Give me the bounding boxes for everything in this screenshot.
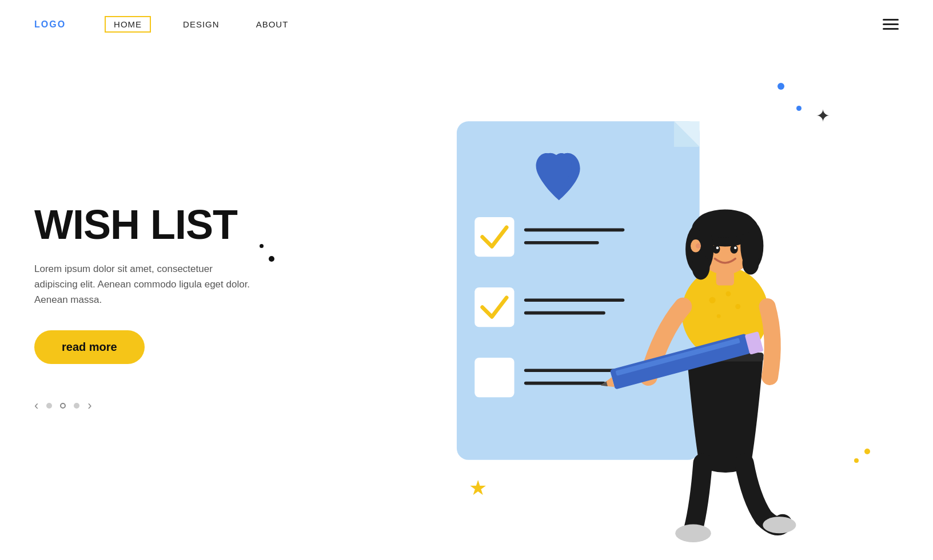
hero-illustration — [369, 109, 838, 543]
nav-about[interactable]: ABOUT — [252, 17, 293, 31]
svg-rect-30 — [716, 271, 734, 286]
carousel-next[interactable]: › — [87, 398, 91, 413]
svg-point-25 — [696, 243, 701, 249]
deco-yellow-dot-1 — [864, 449, 870, 454]
nav-home[interactable]: HOME — [105, 16, 151, 33]
svg-point-27 — [730, 245, 737, 254]
right-panel: ✦ — [309, 60, 899, 557]
svg-point-14 — [725, 291, 731, 297]
navbar: LOGO HOME DESIGN ABOUT — [0, 0, 933, 49]
svg-rect-9 — [475, 358, 514, 397]
svg-point-28 — [716, 246, 719, 249]
page-title: WISH LIST — [34, 204, 286, 245]
carousel: ‹ › — [34, 398, 286, 413]
svg-point-38 — [763, 517, 796, 533]
deco-yellow-dot-2 — [854, 458, 859, 463]
svg-point-16 — [717, 314, 721, 318]
svg-point-37 — [675, 525, 711, 542]
logo[interactable]: LOGO — [34, 19, 66, 30]
hamburger-menu[interactable] — [883, 19, 899, 30]
svg-point-15 — [735, 304, 740, 309]
dot-small — [260, 244, 264, 248]
left-panel: WISH LIST Lorem ipsum dolor sit amet, co… — [34, 204, 309, 414]
svg-point-29 — [734, 246, 736, 249]
read-more-button[interactable]: read more — [34, 330, 145, 364]
nav-design[interactable]: DESIGN — [178, 17, 224, 31]
carousel-prev[interactable]: ‹ — [34, 398, 38, 413]
svg-point-26 — [712, 245, 720, 254]
dots-decoration — [260, 244, 274, 262]
hero-description: Lorem ipsum dolor sit amet, consectetuer… — [34, 261, 252, 308]
svg-point-13 — [709, 297, 715, 303]
svg-point-21 — [696, 210, 755, 238]
carousel-dot-1[interactable] — [46, 403, 52, 409]
carousel-dot-2[interactable] — [60, 403, 66, 409]
dot-large — [269, 256, 274, 262]
svg-point-22 — [692, 254, 709, 280]
deco-blue-dot-1 — [778, 83, 784, 90]
svg-point-23 — [743, 251, 759, 274]
carousel-dot-3[interactable] — [74, 403, 79, 409]
main-content: WISH LIST Lorem ipsum dolor sit amet, co… — [0, 49, 933, 557]
